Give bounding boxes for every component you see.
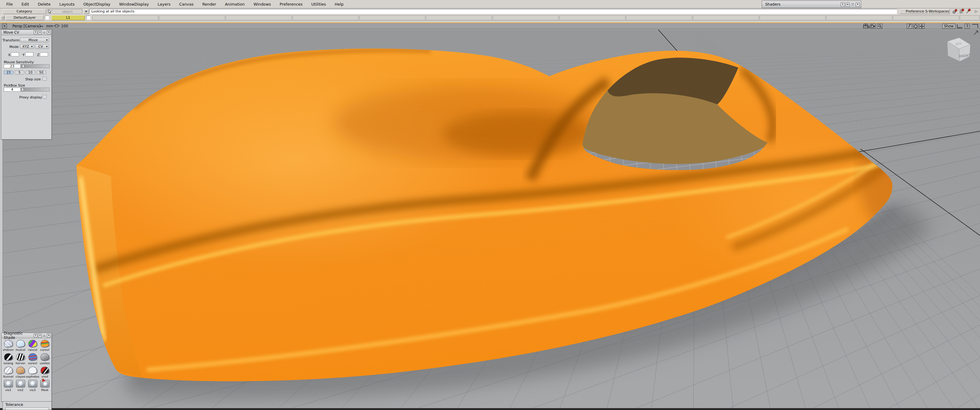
shader-mulcol-button[interactable]: mulcol	[14, 339, 27, 352]
shaders-menu-icon[interactable]: ≡	[846, 3, 850, 6]
shader-usetex-button[interactable]: usetex	[39, 352, 51, 366]
layer-slot[interactable]	[960, 15, 980, 20]
mouse-sensitivity-slider-thumb[interactable]	[22, 65, 24, 68]
layer-slot[interactable]	[826, 15, 892, 20]
shader-sophotes-button[interactable]: sophotes	[27, 366, 39, 379]
transform-dropdown[interactable]: Move ▼	[20, 38, 49, 43]
car-model[interactable]	[76, 49, 939, 382]
sensitivity-preset-5[interactable]: 5	[15, 70, 24, 74]
grid-tool-icon[interactable]	[958, 9, 964, 14]
layer-slot[interactable]	[893, 15, 959, 20]
mouse-sensitivity-value-field[interactable]: 23	[4, 64, 21, 68]
diag-menu-icon[interactable]: ≡	[38, 334, 42, 337]
pickbox-size-slider-thumb[interactable]	[22, 88, 24, 91]
tolerance-slider[interactable]	[5, 407, 49, 410]
pickbox-size-slider[interactable]	[21, 87, 49, 92]
scene-3d[interactable]: TOP RIGHT	[0, 30, 980, 408]
shader-vis3-button[interactable]: vis3	[27, 379, 39, 393]
menu-render[interactable]: Render	[198, 2, 221, 6]
ruler-icon[interactable]	[957, 24, 963, 28]
menu-windowdisplay[interactable]: WindowDisplay	[115, 2, 153, 6]
shaders-collapse-icon[interactable]: ▽	[851, 3, 855, 6]
viewport-resize-icon[interactable]	[974, 31, 978, 35]
pickbox-size-value-field[interactable]: 4	[4, 87, 21, 92]
menu-delete[interactable]: Delete	[33, 2, 55, 6]
layer-slot[interactable]	[559, 15, 625, 20]
sensitivity-preset-10[interactable]: 10	[25, 70, 35, 74]
prompt-line-field[interactable]: Looking at all the objects	[89, 9, 897, 14]
shader-surevl-button[interactable]: surevl	[27, 352, 39, 366]
layer-slot[interactable]	[760, 15, 826, 20]
object-pick-button[interactable]: object	[48, 9, 82, 14]
proxy-display-checkbox[interactable]	[42, 95, 47, 99]
shader-shdnon-button[interactable]: shdnon	[2, 339, 14, 352]
move-cv-titlebar[interactable]: Move CV ↕ ≡ △ ✕	[1, 30, 51, 35]
shader-ltunnel-button[interactable]: ltunnel	[2, 366, 14, 379]
layer-slot[interactable]	[693, 15, 759, 20]
mode-xyz-dropdown[interactable]: XYZ ▼	[20, 44, 34, 49]
camera-view-icon[interactable]	[870, 24, 875, 28]
layer-l1-checkbox[interactable]	[86, 16, 91, 20]
layer-slot[interactable]	[359, 15, 425, 20]
diag-close-icon[interactable]: ✕	[47, 334, 51, 337]
workspaces-button[interactable]: Workspaces	[928, 9, 950, 14]
mouse-sensitivity-slider[interactable]	[21, 64, 49, 68]
paint-tool-icon[interactable]	[952, 9, 958, 14]
move-cv-close-icon[interactable]: ✕	[47, 30, 51, 34]
layer-scroll-left-icon[interactable]: ◁	[1, 15, 5, 20]
layer-slot[interactable]	[159, 15, 225, 20]
shaders-close-icon[interactable]: ✕	[856, 3, 860, 6]
layer-slot[interactable]	[426, 15, 492, 20]
menu-windows[interactable]: Windows	[249, 2, 275, 6]
layer-slot[interactable]	[293, 15, 359, 20]
toolbar-expand-icon[interactable]: ▷	[974, 9, 979, 14]
show-menu-button[interactable]: Show	[942, 24, 955, 28]
z-field[interactable]	[40, 52, 48, 56]
menu-objectdisplay[interactable]: ObjectDisplay	[79, 2, 115, 6]
menu-help[interactable]: Help	[330, 2, 348, 6]
shaders-resize-icon[interactable]: ↕	[841, 3, 845, 6]
shaders-window-titlebar[interactable]: Shaders ↕ ≡ ▽ ✕	[762, 1, 861, 8]
x-field[interactable]	[11, 52, 19, 56]
shader-horver-button[interactable]: horver	[14, 352, 27, 366]
diag-collapse-icon[interactable]: △	[42, 334, 46, 337]
menu-preferences[interactable]: Preferences	[275, 2, 307, 6]
move-cv-menu-icon[interactable]: ≡	[38, 30, 42, 34]
shader-vred-button[interactable]: vred	[39, 366, 51, 379]
layer-slot[interactable]	[226, 15, 292, 20]
diagnostic-shade-panel[interactable]: Diagnostic Shade ↕ ≡ △ ✕ shdnon mulcol r…	[1, 333, 52, 402]
layer-slot[interactable]	[493, 15, 559, 20]
viewport-close-icon[interactable]: ✕	[2, 24, 7, 28]
level-value-button[interactable]: 3	[965, 24, 970, 28]
menu-edit[interactable]: Edit	[17, 2, 33, 6]
category-button[interactable]: Category	[3, 9, 46, 14]
diagnostic-shade-titlebar[interactable]: Diagnostic Shade ↕ ≡ △ ✕	[2, 333, 51, 338]
menu-canvas[interactable]: Canvas	[175, 2, 198, 6]
shader-isoang-button[interactable]: isoang	[2, 352, 14, 366]
layer-l1-button[interactable]: L1	[51, 15, 85, 20]
sensitivity-preset-50[interactable]: 50	[37, 70, 46, 74]
layer-slot[interactable]	[92, 15, 158, 20]
tolerance-panel[interactable]: Tolerance	[3, 401, 52, 410]
corner-window-icon[interactable]	[972, 24, 978, 28]
menu-file[interactable]: File	[2, 2, 17, 6]
y-field[interactable]	[25, 52, 33, 56]
menu-layers[interactable]: Layers	[153, 2, 175, 6]
prompt-history-icon[interactable]: ≡	[84, 9, 89, 14]
zoom-tool-icon[interactable]	[877, 24, 882, 28]
step-size-checkbox[interactable]	[42, 77, 47, 81]
mode-cv-dropdown[interactable]: CV ▼	[35, 44, 49, 49]
default-layer-button[interactable]: DefaultLayer	[6, 15, 44, 20]
menu-animation[interactable]: Animation	[220, 2, 249, 6]
shader-vis1-button[interactable]: vis1	[2, 379, 14, 393]
diag-resize-icon[interactable]: ↕	[34, 334, 37, 337]
default-layer-checkbox[interactable]	[45, 16, 49, 20]
layer-slot[interactable]	[626, 15, 692, 20]
shader-vis2-button[interactable]: vis2	[14, 379, 27, 393]
menu-utilities[interactable]: Utilities	[307, 2, 330, 6]
move-cv-resize-icon[interactable]: ↕	[34, 30, 37, 34]
shader-curevl-button[interactable]: curevl	[39, 339, 51, 352]
shader-clayao-button[interactable]: clayao	[14, 366, 27, 379]
sensitivity-preset-23[interactable]: 23	[4, 70, 13, 74]
shader-filest-button[interactable]: filest	[39, 379, 51, 393]
